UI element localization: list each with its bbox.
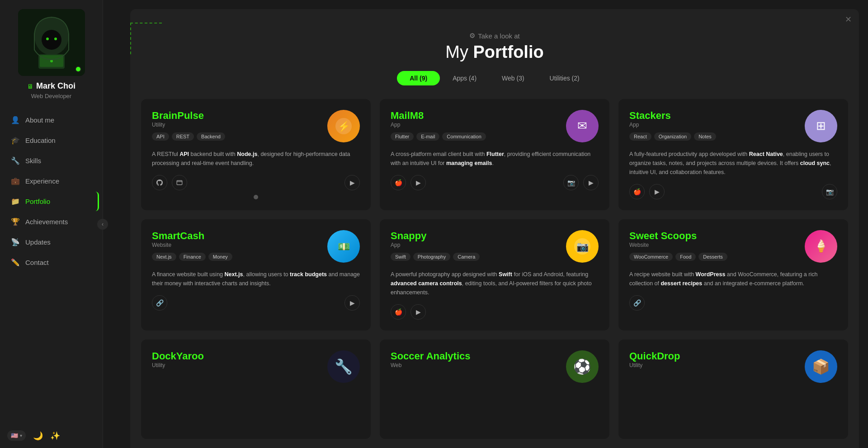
project-link-icon[interactable]: ▶	[410, 304, 426, 320]
project-type: Utility	[152, 122, 225, 128]
project-tag: Flutter	[391, 132, 414, 141]
project-type: Website	[629, 242, 727, 248]
project-link-icon[interactable]: ▶	[583, 175, 599, 190]
project-tag: Swift	[391, 253, 410, 261]
project-link-group-left	[152, 175, 187, 190]
svg-rect-10	[177, 180, 182, 184]
sidebar-item-label: Education	[25, 137, 56, 144]
project-link-icon[interactable]: 🔗	[629, 295, 645, 311]
sidebar-item-experience[interactable]: 💼 Experience	[4, 171, 99, 191]
project-links: 🔗 ▶	[152, 295, 360, 311]
project-link-group-right: ▶	[344, 175, 360, 190]
project-link-group-left: 🍎▶	[629, 184, 665, 199]
sidebar-item-updates[interactable]: 📡 Updates	[4, 232, 99, 252]
nav-menu: 👤 About me 🎓 Education 🔧 Skills 💼 Experi…	[0, 110, 103, 273]
project-title: SmartCash	[152, 230, 232, 242]
project-link-icon[interactable]: 🍎	[629, 184, 645, 199]
project-type: Utility	[152, 362, 204, 368]
project-type: App	[391, 242, 480, 248]
user-role: Web Developer	[31, 93, 71, 99]
project-title: BrainPulse	[152, 110, 225, 122]
sidebar-item-contact[interactable]: ✏️ Contact	[4, 253, 99, 272]
skills-icon: 🔧	[11, 156, 20, 165]
project-icon: ⚽	[566, 350, 599, 383]
sidebar-item-label: Updates	[25, 238, 51, 246]
project-type: App	[629, 122, 716, 128]
sidebar-item-about[interactable]: 👤 About me	[4, 110, 99, 130]
project-tag: Desserts	[698, 253, 727, 261]
project-title: Snappy	[391, 230, 480, 242]
project-type: App	[391, 122, 486, 128]
project-tags: SwiftPhotographyCamera	[391, 253, 480, 261]
language-button[interactable]: 🇺🇸 ▾	[7, 430, 26, 441]
portfolio-panel: ✕ ⚙ Take a look at My Portfolio All (9)A…	[130, 9, 859, 448]
project-card: DockYaroo Utility 🔧	[141, 340, 371, 439]
project-card-header: MailM8 App FlutterE-mailCommunication ✉	[391, 110, 599, 146]
project-link-icon[interactable]: 🔗	[152, 295, 167, 311]
svg-text:📷: 📷	[576, 241, 589, 253]
project-card: Sweet Scoops Website WooCommerceFoodDess…	[618, 219, 848, 330]
tab-apps[interactable]: Apps (4)	[440, 71, 489, 85]
project-link-icon[interactable]: ▶	[649, 184, 665, 199]
project-link-icon[interactable]: 🍎	[391, 175, 406, 190]
svg-point-4	[54, 38, 57, 40]
project-tag: Money	[208, 253, 232, 261]
project-desc: A powerful photography app designed with…	[391, 270, 599, 297]
project-link-icon[interactable]: ▶	[344, 295, 360, 311]
project-tag: REST	[172, 132, 194, 141]
project-card-header: Soccer Analytics Web ⚽	[391, 350, 599, 383]
project-card-header: Snappy App SwiftPhotographyCamera 📷	[391, 230, 599, 266]
project-tag: Backend	[197, 132, 225, 141]
sidebar: 🖥 Mark Choi Web Developer 👤 About me 🎓 E…	[0, 0, 103, 448]
svg-text:✉: ✉	[577, 119, 587, 132]
project-card-header: Sweet Scoops Website WooCommerceFoodDess…	[629, 230, 837, 266]
tab-all[interactable]: All (9)	[397, 71, 440, 85]
project-card-header: QuickDrop Utility 📦	[629, 350, 837, 383]
portfolio-icon: 📁	[11, 197, 20, 206]
project-icon: 💵	[327, 230, 360, 263]
sidebar-bottom: 🇺🇸 ▾ 🌙 ✨	[0, 423, 103, 448]
sidebar-item-skills[interactable]: 🔧 Skills	[4, 151, 99, 170]
youtube-link[interactable]: ▶	[344, 175, 360, 190]
tab-web[interactable]: Web (3)	[489, 71, 537, 85]
project-tag: Next.js	[152, 253, 176, 261]
tab-utilities[interactable]: Utilities (2)	[537, 71, 592, 85]
sidebar-item-education[interactable]: 🎓 Education	[4, 131, 99, 150]
user-name-row: 🖥 Mark Choi	[27, 81, 75, 91]
project-link-icon[interactable]: ▶	[410, 175, 426, 190]
sidebar-item-label: Experience	[25, 177, 59, 185]
project-card: Snappy App SwiftPhotographyCamera 📷 A po…	[380, 219, 609, 330]
project-icon: ✉	[566, 110, 599, 142]
project-link-group-left: 🔗	[152, 295, 167, 311]
project-title: Stackers	[629, 110, 716, 122]
sidebar-item-label: Skills	[25, 157, 41, 165]
close-button[interactable]: ✕	[845, 14, 852, 24]
theme-button[interactable]: ✨	[50, 431, 60, 441]
sidebar-item-achievements[interactable]: 🏆 Achievements	[4, 212, 99, 231]
project-title: DockYaroo	[152, 350, 204, 362]
project-link-group-right: ▶	[344, 295, 360, 311]
sidebar-item-portfolio[interactable]: 📁 Portfolio	[4, 192, 99, 211]
dark-mode-button[interactable]: 🌙	[33, 431, 43, 441]
project-card-header: DockYaroo Utility 🔧	[152, 350, 360, 383]
api-link[interactable]	[172, 175, 187, 190]
project-tag: Notes	[694, 132, 716, 141]
project-link-group-left: 🍎▶	[391, 175, 426, 190]
project-tags: FlutterE-mailCommunication	[391, 132, 486, 141]
project-title: Soccer Analytics	[391, 350, 471, 362]
sidebar-item-label: Portfolio	[25, 198, 50, 205]
sidebar-collapse-button[interactable]: ‹	[97, 219, 108, 230]
project-link-icon[interactable]: 📷	[822, 184, 837, 199]
project-link-icon[interactable]: 📷	[563, 175, 579, 190]
project-tag: Camera	[453, 253, 480, 261]
project-card: QuickDrop Utility 📦	[618, 340, 848, 439]
project-link-icon[interactable]: 🍎	[391, 304, 406, 320]
svg-text:⚡: ⚡	[338, 120, 350, 132]
sidebar-item-label: Contact	[25, 259, 49, 266]
project-tag: Food	[675, 253, 696, 261]
github-link[interactable]	[152, 175, 167, 190]
contact-icon: ✏️	[11, 258, 20, 267]
dashed-corner-decoration	[130, 23, 162, 54]
project-tags: ReactOrganizationNotes	[629, 132, 716, 141]
sidebar-item-label: Achievements	[25, 218, 68, 226]
